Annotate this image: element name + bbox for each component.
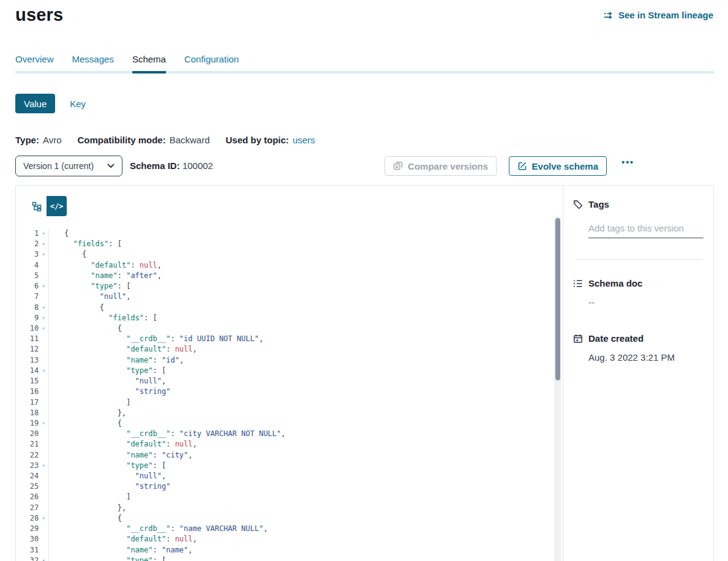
line-number: 8 — [16, 303, 39, 313]
code-line: 8▾ { — [16, 303, 550, 313]
line-number: 15 — [16, 376, 39, 386]
sidebar-divider — [576, 259, 702, 260]
fold-toggle-icon[interactable]: ▾ — [39, 461, 48, 471]
edit-icon — [517, 161, 527, 171]
line-number: 17 — [16, 397, 39, 408]
code-line: 25 "string" — [16, 481, 550, 492]
fold-toggle-icon[interactable]: ▾ — [39, 281, 48, 292]
fold-toggle-icon[interactable]: ▾ — [39, 313, 48, 323]
tree-view-button[interactable] — [26, 196, 47, 216]
key-toggle-link[interactable]: Key — [70, 99, 86, 109]
evolve-schema-button[interactable]: Evolve schema — [509, 156, 607, 176]
code-editor[interactable]: 1▾{2▾ "fields": [3▾ {4 "default": null,5… — [16, 228, 550, 561]
compare-versions-button[interactable]: Compare versions — [385, 156, 497, 176]
used-by-topic-label: Used by topic: — [226, 135, 289, 145]
version-select[interactable]: Version 1 (current) — [15, 156, 122, 176]
line-number: 14 — [16, 366, 39, 376]
code-line: 9▾ "fields": [ — [16, 313, 550, 323]
code-line: 31 "name": "name", — [16, 545, 550, 555]
code-line: 10▾ { — [16, 323, 550, 334]
fold-toggle-icon[interactable]: ▾ — [39, 323, 48, 334]
doc-list-icon — [573, 279, 583, 288]
fold-toggle-icon[interactable]: ▾ — [39, 513, 48, 524]
code-view-button[interactable]: </> — [47, 196, 67, 216]
code-line: 2▾ "fields": [ — [16, 239, 550, 249]
schema-doc-value: -- — [588, 297, 702, 307]
fold-toggle-icon[interactable]: ▾ — [39, 303, 48, 313]
tags-heading: Tags — [588, 199, 609, 209]
fold-toggle-icon[interactable]: ▾ — [39, 239, 48, 249]
stream-lineage-link[interactable]: See in Stream lineage — [603, 10, 713, 20]
fold-toggle-icon[interactable]: ▾ — [39, 555, 48, 561]
more-actions-button[interactable]: ••• — [621, 157, 634, 167]
schema-id: Schema ID: 100002 — [130, 160, 213, 171]
code-line: 23▾ "type": [ — [16, 461, 550, 471]
code-line: 1▾{ — [16, 228, 550, 239]
type-label: Type: — [15, 135, 39, 145]
code-view-icon: </> — [50, 202, 64, 211]
code-line: 13 "name": "id", — [16, 355, 550, 366]
line-number: 31 — [16, 545, 39, 555]
code-line: 12 "default": null, — [16, 344, 550, 355]
stream-lineage-icon — [603, 10, 614, 20]
line-number: 13 — [16, 355, 39, 366]
schema-view-toggle: </> — [26, 196, 67, 216]
code-line: 14▾ "type": [ — [16, 366, 550, 376]
line-number: 19 — [16, 418, 39, 429]
tab-schema[interactable]: Schema — [132, 54, 166, 73]
code-line: 21 "default": null, — [16, 439, 550, 450]
fold-toggle-icon[interactable]: ▾ — [39, 418, 48, 429]
line-number: 9 — [16, 313, 39, 323]
line-number: 3 — [16, 249, 39, 260]
schema-code-area: </> 1▾{2▾ "fields": [3▾ {4 "default": nu… — [16, 186, 563, 561]
editor-scrollbar-thumb[interactable] — [555, 218, 560, 380]
code-line: 24 "null", — [16, 471, 550, 481]
line-number: 5 — [16, 271, 39, 281]
line-number: 25 — [16, 481, 39, 492]
code-line: 20 "__crdb__": "city VARCHAR NOT NULL", — [16, 429, 550, 439]
line-number: 21 — [16, 439, 39, 450]
code-line: 27 }, — [16, 503, 550, 513]
line-number: 29 — [16, 524, 39, 534]
editor-scrollbar-track[interactable] — [554, 216, 561, 561]
tab-messages[interactable]: Messages — [72, 54, 114, 73]
fold-toggle-icon[interactable]: ▾ — [39, 228, 48, 239]
tab-configuration[interactable]: Configuration — [184, 54, 239, 73]
date-created-section: Date created Aug. 3 2022 3:21 PM — [573, 333, 702, 363]
calendar-plus-icon — [573, 334, 583, 344]
code-line: 11 "__crdb__": "id UUID NOT NULL", — [16, 334, 550, 344]
line-number: 28 — [16, 513, 39, 524]
line-number: 24 — [16, 471, 39, 481]
line-number: 26 — [16, 492, 39, 502]
tab-overview[interactable]: Overview — [15, 54, 54, 73]
line-number: 16 — [16, 386, 39, 397]
code-line: 30 "default": null, — [16, 534, 550, 544]
line-number: 6 — [16, 281, 39, 292]
code-line: 26 ] — [16, 492, 550, 502]
line-number: 10 — [16, 323, 39, 334]
code-line: 29 "__crdb__": "name VARCHAR NULL", — [16, 524, 550, 534]
line-number: 2 — [16, 239, 39, 249]
schema-panel: </> 1▾{2▾ "fields": [3▾ {4 "default": nu… — [15, 185, 714, 561]
schema-doc-heading: Schema doc — [588, 278, 642, 288]
code-line: 7 "null", — [16, 292, 550, 302]
value-toggle-button[interactable]: Value — [15, 94, 55, 113]
tags-input[interactable] — [588, 223, 704, 238]
code-line: 22 "name": "city", — [16, 450, 550, 461]
code-line: 17 ] — [16, 397, 550, 408]
topic-link[interactable]: users — [293, 135, 315, 145]
fold-toggle-icon[interactable]: ▾ — [39, 366, 48, 376]
fold-toggle-icon[interactable]: ▾ — [39, 249, 48, 260]
line-number: 23 — [16, 461, 39, 471]
line-number: 30 — [16, 534, 39, 544]
line-number: 7 — [16, 292, 39, 302]
schema-page: users See in Stream lineage Overview Mes… — [0, 0, 728, 561]
code-line: 3▾ { — [16, 249, 550, 260]
compatibility-label: Compatibility mode: — [77, 135, 165, 145]
version-select-value: Version 1 (current) — [23, 161, 94, 171]
type-value: Avro — [43, 135, 62, 145]
tag-icon — [573, 200, 583, 209]
line-number: 18 — [16, 408, 39, 418]
line-number: 20 — [16, 429, 39, 439]
line-number: 4 — [16, 260, 39, 271]
